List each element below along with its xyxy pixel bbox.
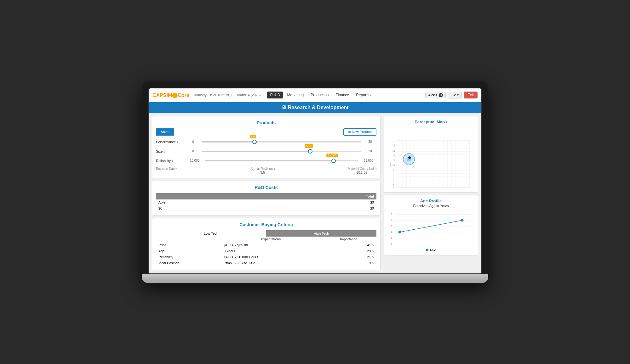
nav-links: R & D Marketing Production Finance Repor… <box>267 92 423 98</box>
nav-rd[interactable]: R & D <box>267 92 283 98</box>
svg-text:5: 5 <box>391 213 392 216</box>
size-thumb[interactable]: 13.6 <box>308 149 312 154</box>
performance-max: 20 <box>364 140 376 143</box>
svg-text:4: 4 <box>393 178 394 180</box>
material-info[interactable]: ℹ <box>375 167 376 171</box>
svg-text:2: 2 <box>393 183 394 185</box>
left-panel: Products Able ℹ ⊕ New Product <box>152 116 381 270</box>
reliability-min: 10,000 <box>187 159 203 162</box>
rd-costs-card: R&D Costs Total Able $0 <box>152 181 381 216</box>
criteria-price-name: Price <box>156 242 221 248</box>
svg-text:2: 2 <box>391 230 392 233</box>
perceptual-map-chart: 0 2 4 6 8 10 12 14 16 18 20 Siz <box>387 126 475 189</box>
svg-text:6: 6 <box>393 173 394 176</box>
criteria-th-name <box>156 237 221 242</box>
size-info-icon[interactable]: ℹ <box>163 150 165 153</box>
reliability-thumb[interactable]: 21,000 <box>331 159 336 163</box>
size-fill <box>202 151 310 152</box>
age-profile-legend: Able <box>387 249 475 252</box>
navbar: CAPSIM⬤Core Industry ID: ZP103278_1 | Ro… <box>149 88 481 102</box>
criteria-row-ideal: Ideal Position Pfmn. 6.8, Size 13.2 9% <box>156 260 376 266</box>
perceptual-map-svg: 0 2 4 6 8 10 12 14 16 18 20 Siz <box>387 126 475 189</box>
costs-product-cost: $0 <box>156 205 261 211</box>
exit-button[interactable]: Exit <box>464 92 478 98</box>
criteria-table: Expectations Importance Price $15.00 - $… <box>156 237 376 266</box>
legend-dot-able <box>426 249 428 251</box>
laptop-screen: CAPSIM⬤Core Industry ID: ZP103278_1 | Ro… <box>148 88 482 274</box>
nav-finance[interactable]: Finance <box>333 92 352 98</box>
svg-text:16: 16 <box>392 150 395 152</box>
revision-date-item: Revision Date ℹ – <box>156 167 177 174</box>
criteria-ideal-importance: 9% <box>321 260 376 266</box>
svg-text:8: 8 <box>393 169 394 171</box>
svg-text:2: 2 <box>401 189 402 189</box>
svg-text:1: 1 <box>391 236 392 239</box>
svg-point-42 <box>398 231 401 233</box>
laptop-outer: CAPSIM⬤Core Industry ID: ZP103278_1 | Ro… <box>142 81 488 283</box>
page-title: Research & Development <box>288 105 349 110</box>
costs-total: $0 <box>261 199 376 205</box>
laptop-base <box>142 274 488 283</box>
col-high-tech: High Tech <box>266 230 376 237</box>
age-at-revision-label: Age at Revision ℹ <box>251 167 275 171</box>
costs-col-total: Total <box>261 193 376 199</box>
buying-criteria-card: Customer Buying Criteria Low Tech High T… <box>152 218 381 270</box>
criteria-header-row: Expectations Importance <box>156 237 376 242</box>
page-header-icon: 🖥 <box>281 105 286 110</box>
criteria-age-name: Age <box>156 248 221 254</box>
svg-text:20: 20 <box>392 140 395 143</box>
criteria-age-expectation: 3 Years <box>221 248 321 254</box>
reliability-max: 23,000 <box>361 159 376 162</box>
perceptual-map-info[interactable]: ℹ <box>446 120 447 124</box>
performance-thumb[interactable]: 6.6 <box>252 140 257 144</box>
size-min: 0 <box>187 149 199 153</box>
file-button[interactable]: File ▾ <box>448 92 462 98</box>
svg-text:3: 3 <box>391 225 392 227</box>
svg-point-43 <box>461 219 463 221</box>
criteria-header: Low Tech High Tech <box>156 230 376 237</box>
costs-total-2: $0 <box>261 205 376 211</box>
svg-text:14: 14 <box>425 189 427 189</box>
performance-track-bg <box>202 141 361 143</box>
criteria-price-expectation: $15.00 - $35.00 <box>221 242 321 248</box>
costs-product-name: Able <box>156 199 261 205</box>
criteria-reliability-name: Reliability <box>156 254 221 260</box>
legend-label-able: Able <box>430 249 436 252</box>
svg-text:4: 4 <box>405 189 406 189</box>
svg-text:16: 16 <box>429 189 432 189</box>
logo-circle: ⬤ <box>172 92 178 98</box>
perceptual-map-title: Perceptual Map ℹ <box>387 120 475 124</box>
alerts-button[interactable]: Alerts 0 <box>425 92 446 98</box>
revision-date-label: Revision Date ℹ <box>156 167 177 171</box>
age-at-revision-item: Age at Revision ℹ 3.5 <box>251 167 275 174</box>
svg-text:20: 20 <box>437 189 440 189</box>
age-revision-info[interactable]: ℹ <box>274 167 275 171</box>
performance-info-icon[interactable]: ℹ <box>177 140 178 144</box>
tab-able[interactable]: Able ℹ <box>156 128 174 136</box>
nav-marketing[interactable]: Marketing <box>284 92 307 98</box>
nav-right: Alerts 0 File ▾ Exit <box>425 92 478 98</box>
svg-text:4: 4 <box>391 219 392 221</box>
nav-reports[interactable]: Reports <box>353 92 375 98</box>
age-profile-subtitle: Perceived Age in Years <box>387 204 475 208</box>
size-max: 20 <box>364 149 376 153</box>
revision-date-info[interactable]: ℹ <box>176 167 177 171</box>
logo: CAPSIM⬤Core <box>152 92 189 98</box>
size-value: 13.6 <box>305 144 313 148</box>
performance-label: Performance ℹ <box>156 140 184 144</box>
svg-text:10: 10 <box>392 164 395 166</box>
tab-new-product[interactable]: ⊕ New Product <box>343 128 376 136</box>
criteria-th-expectations: Expectations <box>221 237 321 242</box>
reliability-track: 21,000 <box>205 158 358 164</box>
criteria-row-price: Price $15.00 - $35.00 41% <box>156 242 376 248</box>
perceptual-map-card: Perceptual Map ℹ 0 <box>384 116 478 193</box>
products-tabs: Able ℹ ⊕ New Product <box>156 128 376 136</box>
nav-production[interactable]: Production <box>307 92 332 98</box>
products-title: Products <box>156 120 376 125</box>
svg-text:10: 10 <box>417 189 419 189</box>
material-cost-label: Material Cost / Unit ℹ <box>348 167 376 171</box>
reliability-info-icon[interactable]: ℹ <box>172 159 173 163</box>
age-profile-title: Age Profile <box>387 199 475 203</box>
criteria-ideal-name: Ideal Position <box>156 260 221 266</box>
criteria-th-importance: Importance <box>321 237 376 242</box>
